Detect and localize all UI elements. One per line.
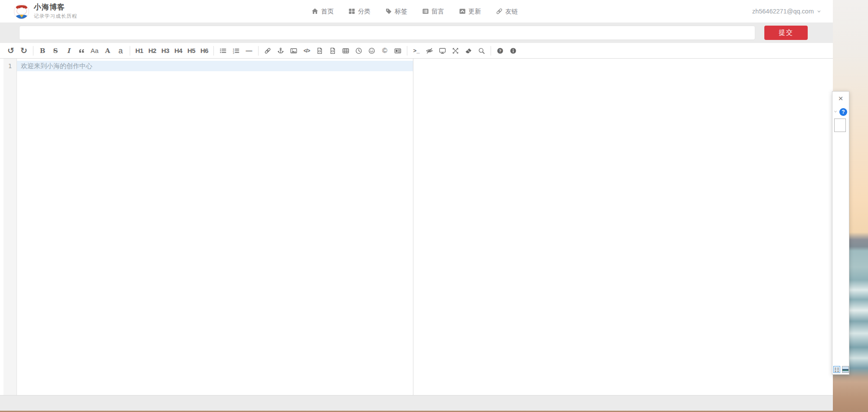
code-glyph: </> — [304, 48, 310, 54]
toolbar-goto-line-button[interactable]: >_ — [410, 45, 423, 57]
toolbar-h6-button[interactable]: H6 — [198, 45, 211, 57]
post-title-input[interactable] — [19, 26, 755, 40]
line-number: 1 — [3, 61, 16, 71]
nav-item-4[interactable]: 留言 — [422, 7, 444, 16]
site-subtitle: 记录学习成长历程 — [34, 13, 77, 20]
toolbar-italic-button[interactable]: I — [62, 45, 75, 57]
list-ul-icon — [219, 47, 226, 54]
friend-link-icon — [496, 8, 503, 15]
toolbar-preview-button[interactable] — [436, 45, 449, 57]
image-icon — [290, 47, 297, 54]
markdown-toolbar: ↺↻BSIAaAaH1H2H3H4H5H6123—</>©>_? — [0, 43, 833, 59]
table-icon — [342, 47, 349, 54]
toolbar-h3-button[interactable]: H3 — [159, 45, 172, 57]
toolbar-separator — [258, 46, 259, 56]
nav-item-5[interactable]: 更新 — [459, 7, 481, 16]
toolbar-info-button[interactable] — [507, 45, 520, 57]
toolbar-fullscreen-button[interactable] — [449, 45, 462, 57]
nav-item-label: 更新 — [468, 7, 481, 16]
fullscreen-arrows-icon — [452, 47, 459, 54]
clock-icon — [355, 47, 362, 54]
desktop-icon — [439, 47, 446, 54]
toolbar-clear-button[interactable] — [462, 45, 475, 57]
file-code-icon — [329, 47, 336, 54]
h1-glyph: H1 — [135, 47, 143, 54]
toolbar-search-button[interactable] — [475, 45, 488, 57]
toolbar-table-button[interactable] — [339, 45, 352, 57]
toolbar-datetime-button[interactable] — [352, 45, 365, 57]
eraser-icon — [465, 47, 472, 54]
h2-glyph: H2 — [148, 47, 156, 54]
help-badge-icon[interactable]: ? — [839, 108, 847, 116]
toolbar-bold-button[interactable]: B — [36, 45, 49, 57]
submit-button[interactable]: 提交 — [764, 26, 808, 40]
message-list-icon — [422, 8, 429, 15]
strikethrough-glyph: S — [53, 47, 58, 55]
toolbar-h4-button[interactable]: H4 — [172, 45, 185, 57]
image-view-icon[interactable] — [842, 366, 849, 373]
search-icon — [478, 47, 485, 54]
page-content: 小海博客 记录学习成长历程 首页分类标签留言更新友链 zh56462271@qq… — [0, 0, 833, 411]
markdown-preview-pane — [413, 59, 833, 395]
toolbar-emoji-button[interactable] — [365, 45, 378, 57]
h5-glyph: H5 — [187, 47, 195, 54]
toolbar-watch-button[interactable] — [423, 45, 436, 57]
toolbar-code-block-button[interactable] — [326, 45, 339, 57]
nav-item-label: 友链 — [505, 7, 518, 16]
uppercase-glyph: A — [105, 47, 110, 55]
toolbar-h2-button[interactable]: H2 — [146, 45, 159, 57]
hr-glyph: — — [246, 47, 252, 54]
editor-line[interactable]: 欢迎来到小海的创作中心 — [17, 61, 413, 71]
nav-item-1[interactable]: 首页 — [311, 7, 334, 16]
toolbar-help-button[interactable]: ? — [494, 45, 507, 57]
h4-glyph: H4 — [174, 47, 182, 54]
compose-bar: 提交 — [0, 23, 833, 43]
ucwords-glyph: Aa — [91, 47, 98, 54]
anchor-icon — [277, 47, 284, 54]
toolbar-lowercase-button[interactable]: a — [114, 45, 127, 57]
close-icon[interactable]: × — [838, 94, 843, 102]
toolbar-image-button[interactable] — [287, 45, 300, 57]
floating-side-panel: × ? — [832, 91, 849, 375]
list-view-icon[interactable] — [833, 366, 840, 373]
user-email: zh56462271@qq.com — [752, 8, 814, 15]
toolbar-hr-button[interactable]: — — [242, 45, 255, 57]
site-brand[interactable]: 小海博客 记录学习成长历程 — [14, 3, 77, 20]
nav-item-6[interactable]: 友链 — [496, 7, 518, 16]
toolbar-preformatted-text-button[interactable] — [313, 45, 326, 57]
markdown-editor: 1 欢迎来到小海的创作中心 — [0, 59, 833, 396]
newspaper-icon — [394, 47, 401, 54]
toolbar-ucwords-button[interactable]: Aa — [88, 45, 101, 57]
toolbar-code-button[interactable]: </> — [300, 45, 313, 57]
toolbar-h5-button[interactable]: H5 — [185, 45, 198, 57]
html-entities-glyph: © — [382, 47, 387, 55]
toolbar-link-button[interactable] — [261, 45, 274, 57]
toolbar-list-ul-button[interactable] — [216, 45, 229, 57]
h6-glyph: H6 — [200, 47, 208, 54]
toolbar-strikethrough-button[interactable]: S — [49, 45, 62, 57]
h3-glyph: H3 — [161, 47, 169, 54]
toolbar-quote-button[interactable] — [75, 45, 88, 57]
toolbar-separator — [213, 46, 214, 56]
link-chain-icon — [264, 47, 271, 54]
main-nav: 首页分类标签留言更新友链 — [77, 7, 752, 16]
toolbar-separator — [33, 46, 33, 56]
site-header: 小海博客 记录学习成长历程 首页分类标签留言更新友链 zh56462271@qq… — [0, 0, 833, 23]
toolbar-redo-button[interactable]: ↻ — [17, 45, 30, 57]
nav-item-3[interactable]: 标签 — [385, 7, 407, 16]
list-ol-icon: 123 — [233, 47, 239, 54]
toolbar-uppercase-button[interactable]: A — [101, 45, 114, 57]
info-circle-icon — [510, 47, 517, 54]
toolbar-html-entities-button[interactable]: © — [378, 45, 391, 57]
toolbar-undo-button[interactable]: ↺ — [4, 45, 17, 57]
side-panel-input[interactable] — [834, 119, 846, 132]
chevron-down-icon[interactable] — [834, 110, 837, 113]
toolbar-list-ol-button[interactable]: 123 — [229, 45, 242, 57]
toolbar-pagebreak-button[interactable] — [391, 45, 404, 57]
svg-text:?: ? — [499, 49, 501, 53]
toolbar-h1-button[interactable]: H1 — [133, 45, 146, 57]
user-menu[interactable]: zh56462271@qq.com — [752, 8, 822, 15]
toolbar-reference-link-button[interactable] — [274, 45, 287, 57]
nav-item-2[interactable]: 分类 — [348, 7, 370, 16]
markdown-input-area[interactable]: 欢迎来到小海的创作中心 — [17, 59, 413, 395]
